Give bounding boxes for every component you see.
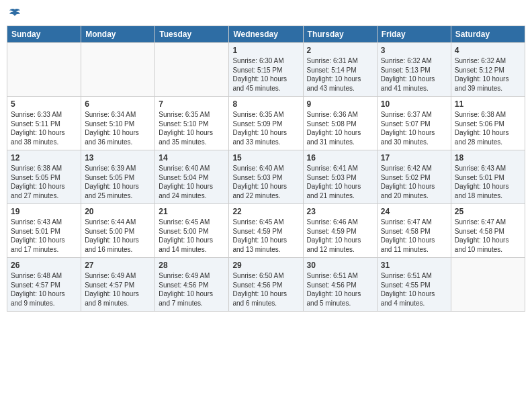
- day-number: 24: [381, 207, 447, 216]
- calendar-cell: 4Sunrise: 6:32 AM Sunset: 5:12 PM Daylig…: [451, 43, 525, 97]
- day-number: 10: [381, 99, 447, 109]
- day-info: Sunrise: 6:30 AM Sunset: 5:15 PM Dayligh…: [232, 56, 299, 93]
- calendar-cell: 30Sunrise: 6:51 AM Sunset: 4:56 PM Dayli…: [303, 258, 377, 312]
- day-number: 28: [159, 261, 225, 270]
- calendar-cell: [81, 43, 155, 97]
- calendar-cell: 28Sunrise: 6:49 AM Sunset: 4:56 PM Dayli…: [155, 258, 229, 312]
- calendar-cell: 10Sunrise: 6:37 AM Sunset: 5:07 PM Dayli…: [377, 97, 451, 150]
- day-number: 23: [307, 207, 373, 216]
- calendar-cell: 13Sunrise: 6:39 AM Sunset: 5:05 PM Dayli…: [81, 150, 155, 204]
- day-number: 14: [159, 153, 225, 163]
- calendar-cell: [7, 43, 81, 97]
- day-info: Sunrise: 6:50 AM Sunset: 4:56 PM Dayligh…: [232, 271, 299, 308]
- day-info: Sunrise: 6:46 AM Sunset: 4:59 PM Dayligh…: [307, 218, 373, 254]
- day-number: 12: [11, 153, 77, 163]
- calendar-cell: 2Sunrise: 6:31 AM Sunset: 5:14 PM Daylig…: [303, 43, 377, 97]
- day-number: 17: [381, 153, 447, 163]
- day-info: Sunrise: 6:43 AM Sunset: 5:01 PM Dayligh…: [455, 164, 521, 200]
- calendar-cell: 31Sunrise: 6:51 AM Sunset: 4:55 PM Dayli…: [377, 258, 451, 312]
- day-info: Sunrise: 6:44 AM Sunset: 5:00 PM Dayligh…: [85, 218, 151, 254]
- day-number: 26: [11, 261, 77, 270]
- day-number: 30: [307, 261, 373, 270]
- calendar-cell: 25Sunrise: 6:47 AM Sunset: 4:58 PM Dayli…: [451, 204, 525, 258]
- calendar-cell: 14Sunrise: 6:40 AM Sunset: 5:04 PM Dayli…: [155, 150, 229, 204]
- day-info: Sunrise: 6:47 AM Sunset: 4:58 PM Dayligh…: [455, 218, 521, 254]
- weekday-header-tuesday: Tuesday: [155, 26, 229, 43]
- day-info: Sunrise: 6:43 AM Sunset: 5:01 PM Dayligh…: [11, 218, 77, 254]
- calendar-cell: 16Sunrise: 6:41 AM Sunset: 5:03 PM Dayli…: [303, 150, 377, 204]
- calendar-cell: 29Sunrise: 6:50 AM Sunset: 4:56 PM Dayli…: [229, 258, 303, 312]
- calendar-cell: 7Sunrise: 6:35 AM Sunset: 5:10 PM Daylig…: [155, 97, 229, 150]
- day-number: 29: [232, 261, 299, 270]
- calendar-cell: 6Sunrise: 6:34 AM Sunset: 5:10 PM Daylig…: [81, 97, 155, 150]
- calendar-cell: 15Sunrise: 6:40 AM Sunset: 5:03 PM Dayli…: [229, 150, 303, 204]
- calendar-cell: 19Sunrise: 6:43 AM Sunset: 5:01 PM Dayli…: [7, 204, 81, 258]
- weekday-header-row: SundayMondayTuesdayWednesdayThursdayFrid…: [7, 26, 525, 43]
- day-number: 19: [11, 207, 77, 216]
- weekday-header-friday: Friday: [377, 26, 451, 43]
- day-number: 13: [85, 153, 151, 163]
- day-number: 5: [11, 99, 77, 109]
- day-info: Sunrise: 6:51 AM Sunset: 4:56 PM Dayligh…: [307, 271, 373, 308]
- day-info: Sunrise: 6:33 AM Sunset: 5:11 PM Dayligh…: [11, 110, 77, 146]
- day-info: Sunrise: 6:38 AM Sunset: 5:05 PM Dayligh…: [11, 164, 77, 200]
- weekday-header-wednesday: Wednesday: [229, 26, 303, 43]
- calendar-table: SundayMondayTuesdayWednesdayThursdayFrid…: [7, 26, 525, 312]
- day-info: Sunrise: 6:36 AM Sunset: 5:08 PM Dayligh…: [307, 110, 373, 146]
- logo-bird-icon: [8, 7, 21, 20]
- calendar-cell: 9Sunrise: 6:36 AM Sunset: 5:08 PM Daylig…: [303, 97, 377, 150]
- day-info: Sunrise: 6:32 AM Sunset: 5:12 PM Dayligh…: [455, 56, 521, 93]
- weekday-header-saturday: Saturday: [451, 26, 525, 43]
- calendar-cell: 22Sunrise: 6:45 AM Sunset: 4:59 PM Dayli…: [229, 204, 303, 258]
- day-number: 16: [307, 153, 373, 163]
- weekday-header-monday: Monday: [81, 26, 155, 43]
- day-number: 18: [455, 153, 521, 163]
- day-number: 21: [159, 207, 225, 216]
- day-number: 9: [307, 99, 373, 109]
- calendar-cell: 18Sunrise: 6:43 AM Sunset: 5:01 PM Dayli…: [451, 150, 525, 204]
- day-info: Sunrise: 6:37 AM Sunset: 5:07 PM Dayligh…: [381, 110, 447, 146]
- day-info: Sunrise: 6:39 AM Sunset: 5:05 PM Dayligh…: [85, 164, 151, 200]
- calendar-cell: 11Sunrise: 6:38 AM Sunset: 5:06 PM Dayli…: [451, 97, 525, 150]
- day-info: Sunrise: 6:35 AM Sunset: 5:09 PM Dayligh…: [232, 110, 299, 146]
- calendar-cell: 5Sunrise: 6:33 AM Sunset: 5:11 PM Daylig…: [7, 97, 81, 150]
- day-number: 31: [381, 261, 447, 270]
- day-number: 2: [307, 46, 373, 55]
- day-info: Sunrise: 6:41 AM Sunset: 5:03 PM Dayligh…: [307, 164, 373, 200]
- day-info: Sunrise: 6:49 AM Sunset: 4:57 PM Dayligh…: [85, 271, 151, 308]
- day-info: Sunrise: 6:35 AM Sunset: 5:10 PM Dayligh…: [159, 110, 225, 146]
- calendar-cell: 23Sunrise: 6:46 AM Sunset: 4:59 PM Dayli…: [303, 204, 377, 258]
- calendar-cell: 24Sunrise: 6:47 AM Sunset: 4:58 PM Dayli…: [377, 204, 451, 258]
- day-info: Sunrise: 6:40 AM Sunset: 5:03 PM Dayligh…: [232, 164, 299, 200]
- day-number: 8: [232, 99, 299, 109]
- calendar-cell: 21Sunrise: 6:45 AM Sunset: 5:00 PM Dayli…: [155, 204, 229, 258]
- calendar-cell: 8Sunrise: 6:35 AM Sunset: 5:09 PM Daylig…: [229, 97, 303, 150]
- day-info: Sunrise: 6:42 AM Sunset: 5:02 PM Dayligh…: [381, 164, 447, 200]
- calendar-cell: [451, 258, 525, 312]
- page-header: [7, 7, 525, 20]
- calendar-cell: 27Sunrise: 6:49 AM Sunset: 4:57 PM Dayli…: [81, 258, 155, 312]
- day-number: 27: [85, 261, 151, 270]
- day-info: Sunrise: 6:47 AM Sunset: 4:58 PM Dayligh…: [381, 218, 447, 254]
- day-number: 15: [232, 153, 299, 163]
- calendar-week-row: 26Sunrise: 6:48 AM Sunset: 4:57 PM Dayli…: [7, 258, 525, 312]
- day-number: 22: [232, 207, 299, 216]
- day-number: 7: [159, 99, 225, 109]
- calendar-cell: 1Sunrise: 6:30 AM Sunset: 5:15 PM Daylig…: [229, 43, 303, 97]
- day-number: 20: [85, 207, 151, 216]
- day-info: Sunrise: 6:51 AM Sunset: 4:55 PM Dayligh…: [381, 271, 447, 308]
- day-number: 25: [455, 207, 521, 216]
- day-info: Sunrise: 6:49 AM Sunset: 4:56 PM Dayligh…: [159, 271, 225, 308]
- day-info: Sunrise: 6:45 AM Sunset: 5:00 PM Dayligh…: [159, 218, 225, 254]
- day-number: 6: [85, 99, 151, 109]
- weekday-header-thursday: Thursday: [303, 26, 377, 43]
- day-info: Sunrise: 6:31 AM Sunset: 5:14 PM Dayligh…: [307, 56, 373, 93]
- calendar-cell: 20Sunrise: 6:44 AM Sunset: 5:00 PM Dayli…: [81, 204, 155, 258]
- day-number: 3: [381, 46, 447, 55]
- day-number: 1: [232, 46, 299, 55]
- day-info: Sunrise: 6:34 AM Sunset: 5:10 PM Dayligh…: [85, 110, 151, 146]
- calendar-cell: 17Sunrise: 6:42 AM Sunset: 5:02 PM Dayli…: [377, 150, 451, 204]
- logo: [7, 7, 21, 20]
- day-number: 11: [455, 99, 521, 109]
- calendar-cell: 12Sunrise: 6:38 AM Sunset: 5:05 PM Dayli…: [7, 150, 81, 204]
